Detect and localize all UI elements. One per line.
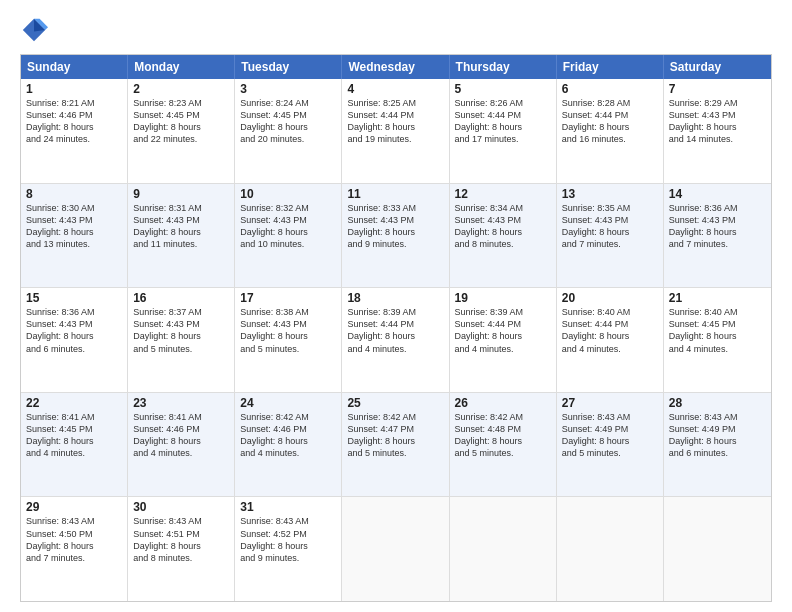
day-header: Wednesday [342,55,449,79]
day-number: 26 [455,396,551,410]
day-info: Sunrise: 8:43 AMSunset: 4:49 PMDaylight:… [669,411,766,460]
day-info: Sunrise: 8:25 AMSunset: 4:44 PMDaylight:… [347,97,443,146]
day-number: 6 [562,82,658,96]
day-info: Sunrise: 8:41 AMSunset: 4:46 PMDaylight:… [133,411,229,460]
day-info: Sunrise: 8:36 AMSunset: 4:43 PMDaylight:… [26,306,122,355]
day-number: 4 [347,82,443,96]
calendar-cell: 17Sunrise: 8:38 AMSunset: 4:43 PMDayligh… [235,288,342,392]
day-header: Friday [557,55,664,79]
calendar-body: 1Sunrise: 8:21 AMSunset: 4:46 PMDaylight… [21,79,771,601]
empty-cell [664,497,771,601]
day-info: Sunrise: 8:37 AMSunset: 4:43 PMDaylight:… [133,306,229,355]
calendar-cell: 30Sunrise: 8:43 AMSunset: 4:51 PMDayligh… [128,497,235,601]
calendar-cell: 27Sunrise: 8:43 AMSunset: 4:49 PMDayligh… [557,393,664,497]
day-info: Sunrise: 8:36 AMSunset: 4:43 PMDaylight:… [669,202,766,251]
calendar-cell: 19Sunrise: 8:39 AMSunset: 4:44 PMDayligh… [450,288,557,392]
calendar-cell: 9Sunrise: 8:31 AMSunset: 4:43 PMDaylight… [128,184,235,288]
calendar-cell: 22Sunrise: 8:41 AMSunset: 4:45 PMDayligh… [21,393,128,497]
day-header: Sunday [21,55,128,79]
day-number: 13 [562,187,658,201]
day-info: Sunrise: 8:43 AMSunset: 4:51 PMDaylight:… [133,515,229,564]
day-info: Sunrise: 8:40 AMSunset: 4:45 PMDaylight:… [669,306,766,355]
day-number: 14 [669,187,766,201]
day-info: Sunrise: 8:43 AMSunset: 4:50 PMDaylight:… [26,515,122,564]
calendar-cell: 18Sunrise: 8:39 AMSunset: 4:44 PMDayligh… [342,288,449,392]
calendar-cell: 14Sunrise: 8:36 AMSunset: 4:43 PMDayligh… [664,184,771,288]
day-info: Sunrise: 8:35 AMSunset: 4:43 PMDaylight:… [562,202,658,251]
day-header: Thursday [450,55,557,79]
day-number: 17 [240,291,336,305]
calendar-cell: 28Sunrise: 8:43 AMSunset: 4:49 PMDayligh… [664,393,771,497]
day-info: Sunrise: 8:23 AMSunset: 4:45 PMDaylight:… [133,97,229,146]
day-number: 22 [26,396,122,410]
day-number: 16 [133,291,229,305]
day-number: 15 [26,291,122,305]
day-info: Sunrise: 8:39 AMSunset: 4:44 PMDaylight:… [455,306,551,355]
day-info: Sunrise: 8:34 AMSunset: 4:43 PMDaylight:… [455,202,551,251]
day-number: 2 [133,82,229,96]
calendar-cell: 4Sunrise: 8:25 AMSunset: 4:44 PMDaylight… [342,79,449,183]
day-number: 8 [26,187,122,201]
day-info: Sunrise: 8:21 AMSunset: 4:46 PMDaylight:… [26,97,122,146]
calendar-cell: 31Sunrise: 8:43 AMSunset: 4:52 PMDayligh… [235,497,342,601]
day-number: 19 [455,291,551,305]
day-number: 27 [562,396,658,410]
day-info: Sunrise: 8:29 AMSunset: 4:43 PMDaylight:… [669,97,766,146]
calendar-row: 8Sunrise: 8:30 AMSunset: 4:43 PMDaylight… [21,183,771,288]
day-number: 23 [133,396,229,410]
day-number: 30 [133,500,229,514]
day-number: 10 [240,187,336,201]
calendar-cell: 26Sunrise: 8:42 AMSunset: 4:48 PMDayligh… [450,393,557,497]
calendar-header: SundayMondayTuesdayWednesdayThursdayFrid… [21,55,771,79]
day-info: Sunrise: 8:24 AMSunset: 4:45 PMDaylight:… [240,97,336,146]
calendar-cell: 16Sunrise: 8:37 AMSunset: 4:43 PMDayligh… [128,288,235,392]
calendar-cell: 7Sunrise: 8:29 AMSunset: 4:43 PMDaylight… [664,79,771,183]
day-number: 20 [562,291,658,305]
day-info: Sunrise: 8:30 AMSunset: 4:43 PMDaylight:… [26,202,122,251]
calendar-cell: 8Sunrise: 8:30 AMSunset: 4:43 PMDaylight… [21,184,128,288]
calendar-cell: 12Sunrise: 8:34 AMSunset: 4:43 PMDayligh… [450,184,557,288]
day-number: 9 [133,187,229,201]
calendar-cell: 10Sunrise: 8:32 AMSunset: 4:43 PMDayligh… [235,184,342,288]
day-number: 5 [455,82,551,96]
calendar-cell: 23Sunrise: 8:41 AMSunset: 4:46 PMDayligh… [128,393,235,497]
calendar-cell: 11Sunrise: 8:33 AMSunset: 4:43 PMDayligh… [342,184,449,288]
empty-cell [342,497,449,601]
day-number: 29 [26,500,122,514]
day-header: Tuesday [235,55,342,79]
calendar-cell: 2Sunrise: 8:23 AMSunset: 4:45 PMDaylight… [128,79,235,183]
header [20,16,772,44]
calendar-row: 22Sunrise: 8:41 AMSunset: 4:45 PMDayligh… [21,392,771,497]
day-info: Sunrise: 8:33 AMSunset: 4:43 PMDaylight:… [347,202,443,251]
empty-cell [450,497,557,601]
logo [20,16,52,44]
calendar-row: 15Sunrise: 8:36 AMSunset: 4:43 PMDayligh… [21,287,771,392]
day-info: Sunrise: 8:28 AMSunset: 4:44 PMDaylight:… [562,97,658,146]
day-header: Saturday [664,55,771,79]
day-info: Sunrise: 8:42 AMSunset: 4:46 PMDaylight:… [240,411,336,460]
calendar-cell: 1Sunrise: 8:21 AMSunset: 4:46 PMDaylight… [21,79,128,183]
calendar-cell: 24Sunrise: 8:42 AMSunset: 4:46 PMDayligh… [235,393,342,497]
day-number: 18 [347,291,443,305]
day-number: 11 [347,187,443,201]
calendar-cell: 15Sunrise: 8:36 AMSunset: 4:43 PMDayligh… [21,288,128,392]
calendar-row: 1Sunrise: 8:21 AMSunset: 4:46 PMDaylight… [21,79,771,183]
day-number: 3 [240,82,336,96]
day-number: 1 [26,82,122,96]
day-info: Sunrise: 8:43 AMSunset: 4:52 PMDaylight:… [240,515,336,564]
day-number: 12 [455,187,551,201]
day-info: Sunrise: 8:40 AMSunset: 4:44 PMDaylight:… [562,306,658,355]
day-header: Monday [128,55,235,79]
calendar-page: SundayMondayTuesdayWednesdayThursdayFrid… [0,0,792,612]
calendar-cell: 3Sunrise: 8:24 AMSunset: 4:45 PMDaylight… [235,79,342,183]
day-info: Sunrise: 8:39 AMSunset: 4:44 PMDaylight:… [347,306,443,355]
calendar-cell: 5Sunrise: 8:26 AMSunset: 4:44 PMDaylight… [450,79,557,183]
day-number: 21 [669,291,766,305]
day-info: Sunrise: 8:42 AMSunset: 4:47 PMDaylight:… [347,411,443,460]
day-number: 25 [347,396,443,410]
logo-icon [20,16,48,44]
day-number: 24 [240,396,336,410]
calendar-cell: 29Sunrise: 8:43 AMSunset: 4:50 PMDayligh… [21,497,128,601]
empty-cell [557,497,664,601]
day-info: Sunrise: 8:41 AMSunset: 4:45 PMDaylight:… [26,411,122,460]
